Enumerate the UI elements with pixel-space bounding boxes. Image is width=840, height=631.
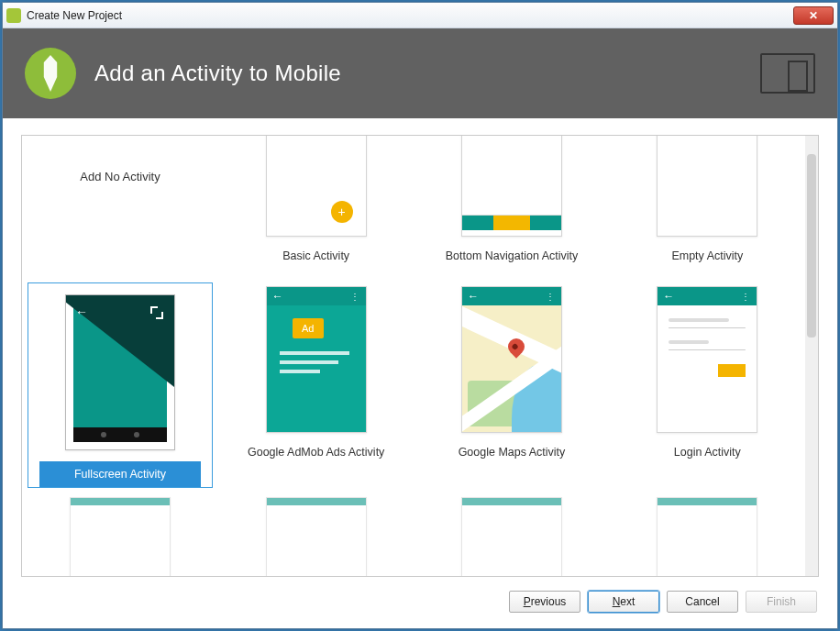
activity-option-login[interactable]: ←⋮ Login Activity: [610, 277, 805, 488]
overflow-icon: ⋮: [741, 292, 751, 302]
activity-label: Add No Activity: [80, 170, 160, 183]
finish-button: Finish: [746, 591, 817, 613]
window-title: Create New Project: [27, 9, 122, 22]
gallery-scroll[interactable]: Add No Activity + Basic Activity: [22, 136, 805, 576]
activity-thumbnail: [70, 497, 171, 576]
activity-option-more[interactable]: [610, 488, 805, 576]
activity-label: Fullscreen Activity: [39, 461, 201, 487]
ad-badge: Ad: [293, 318, 324, 338]
cancel-button[interactable]: Cancel: [667, 591, 738, 613]
back-arrow-icon: ←: [272, 291, 283, 302]
close-icon: ✕: [809, 9, 818, 22]
activity-option-more[interactable]: [218, 488, 414, 576]
activity-option-bottom-navigation[interactable]: Bottom Navigation Activity: [414, 136, 609, 277]
activity-thumbnail: ←⋮ Ad: [266, 286, 367, 433]
activity-thumbnail: ←⋮: [461, 286, 562, 433]
activity-option-fullscreen[interactable]: ← Fullscreen Activity: [22, 277, 218, 488]
activity-thumbnail: [461, 136, 562, 237]
activity-option-basic[interactable]: + Basic Activity: [218, 136, 414, 277]
activity-gallery: Add No Activity + Basic Activity: [21, 135, 819, 577]
activity-label: Login Activity: [674, 446, 741, 459]
fab-icon: +: [331, 201, 353, 223]
back-arrow-icon: ←: [75, 304, 88, 319]
close-button[interactable]: ✕: [793, 6, 834, 25]
wizard-footer: Previous Next Cancel Finish: [3, 584, 837, 628]
vertical-scrollbar[interactable]: [805, 136, 818, 576]
activity-thumbnail: [266, 497, 367, 576]
activity-option-none[interactable]: Add No Activity: [22, 136, 218, 277]
activity-option-maps[interactable]: ←⋮ Google Maps Activity: [414, 277, 609, 488]
activity-label: Google Maps Activity: [459, 446, 566, 459]
activity-option-more[interactable]: [414, 488, 609, 576]
activity-thumbnail: [461, 497, 562, 576]
activity-thumbnail: ←: [65, 294, 175, 450]
dialog-window: Create New Project ✕ Add an Activity to …: [2, 2, 838, 629]
selection-frame: ← Fullscreen Activity: [28, 282, 213, 488]
wizard-header: Add an Activity to Mobile: [3, 28, 837, 118]
page-title: Add an Activity to Mobile: [94, 61, 341, 86]
next-button[interactable]: Next: [588, 591, 659, 613]
activity-thumbnail: [657, 136, 757, 237]
overflow-icon: ⋮: [546, 292, 556, 302]
activity-option-more[interactable]: [22, 488, 218, 576]
activity-thumbnail: +: [266, 136, 367, 237]
activity-label: Google AdMob Ads Activity: [248, 446, 384, 459]
scrollbar-thumb[interactable]: [807, 154, 816, 338]
activity-label: Bottom Navigation Activity: [446, 249, 579, 262]
activity-option-admob[interactable]: ←⋮ Ad Google AdMob Ads Activity: [218, 277, 414, 488]
back-arrow-icon: ←: [468, 291, 479, 302]
activity-option-empty[interactable]: Empty Activity: [610, 136, 805, 277]
android-studio-logo-icon: [25, 48, 76, 99]
content-area: Add No Activity + Basic Activity: [3, 118, 837, 584]
device-icon: [760, 53, 815, 94]
activity-label: Empty Activity: [671, 249, 743, 262]
activity-grid: Add No Activity + Basic Activity: [22, 136, 805, 576]
back-arrow-icon: ←: [663, 291, 674, 302]
activity-label: Basic Activity: [282, 249, 349, 262]
activity-thumbnail: ←⋮: [657, 286, 757, 433]
titlebar[interactable]: Create New Project ✕: [3, 3, 837, 28]
overflow-icon: ⋮: [350, 292, 360, 302]
expand-icon: [150, 306, 163, 319]
previous-button[interactable]: Previous: [509, 591, 580, 613]
activity-thumbnail: [657, 497, 757, 576]
android-studio-icon: [6, 8, 21, 23]
